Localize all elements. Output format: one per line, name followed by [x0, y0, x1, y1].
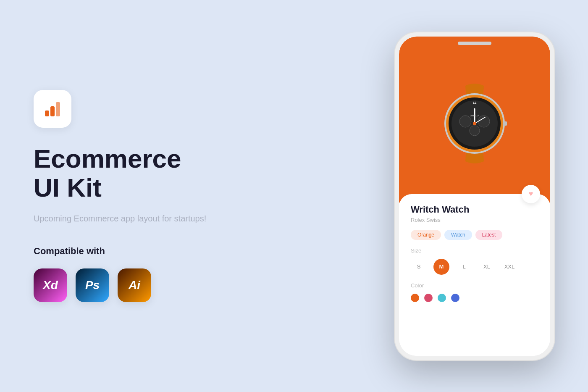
color-dot-orange[interactable] [411, 294, 419, 302]
color-dot-teal[interactable] [438, 294, 446, 302]
tool-ai-icon: Ai [118, 268, 151, 302]
size-l[interactable]: L [456, 259, 472, 275]
product-tags: Orange Watch Latest [411, 230, 538, 240]
tag-orange[interactable]: Orange [411, 230, 441, 240]
compatible-label: Compatible with [34, 246, 206, 257]
main-title: Ecommerce UI Kit [34, 145, 206, 202]
product-name: Writch Watch [411, 204, 538, 215]
svg-point-7 [459, 116, 471, 127]
tool-xd-icon: Xd [34, 268, 67, 302]
product-detail: ♥ Writch Watch Rolex Swiss Orange Watch … [399, 194, 550, 356]
size-xxl[interactable]: XXL [501, 259, 517, 275]
product-brand: Rolex Swiss [411, 217, 538, 223]
phone-notch [458, 42, 491, 45]
subtitle: Upcoming Ecommerce app layout for startu… [34, 212, 206, 225]
color-dot-blue[interactable] [451, 294, 459, 302]
tool-icons-row: Xd Ps Ai [34, 268, 206, 302]
tag-watch[interactable]: Watch [444, 230, 472, 240]
product-hero: OMEGA 12 [399, 37, 550, 203]
size-options: S M L XL XXL [411, 259, 538, 275]
phone-mockup: OMEGA 12 ♥ Writch Watch Rolex Swiss Oran… [395, 32, 554, 360]
svg-rect-1 [50, 106, 55, 116]
size-s[interactable]: S [411, 259, 427, 275]
svg-text:OMEGA: OMEGA [470, 114, 479, 117]
svg-rect-0 [45, 110, 49, 116]
watch-illustration: OMEGA 12 [437, 79, 512, 168]
svg-point-12 [473, 122, 476, 125]
heart-icon: ♥ [529, 189, 533, 198]
app-icon [34, 90, 71, 128]
left-panel: Ecommerce UI Kit Upcoming Ecommerce app … [34, 90, 206, 302]
tag-latest[interactable]: Latest [475, 230, 503, 240]
heart-button[interactable]: ♥ [522, 185, 540, 203]
svg-rect-13 [503, 121, 507, 126]
watch-container: OMEGA 12 [433, 77, 517, 170]
phone-wrapper: OMEGA 12 ♥ Writch Watch Rolex Swiss Oran… [395, 32, 554, 360]
phone-screen: OMEGA 12 ♥ Writch Watch Rolex Swiss Oran… [399, 37, 550, 356]
svg-point-9 [470, 126, 480, 136]
svg-point-8 [478, 116, 490, 127]
tool-ps-icon: Ps [76, 268, 109, 302]
size-xl[interactable]: XL [479, 259, 495, 275]
color-label: Color [411, 282, 538, 289]
color-dot-pink[interactable] [424, 294, 433, 302]
size-m[interactable]: M [433, 259, 449, 275]
color-options [411, 294, 538, 302]
svg-text:12: 12 [473, 101, 477, 105]
svg-rect-2 [56, 102, 60, 116]
size-label: Size [411, 247, 538, 254]
